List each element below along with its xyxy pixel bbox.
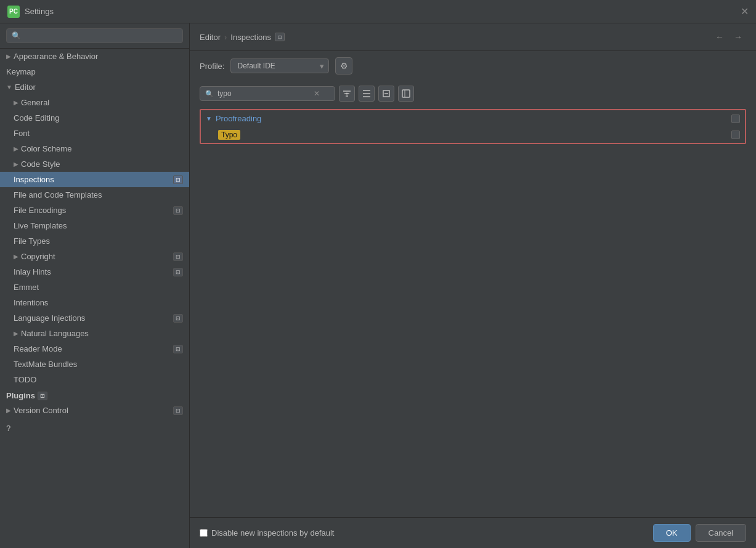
- close-button[interactable]: ✕: [741, 6, 749, 17]
- copyright-badge: ⊡: [173, 252, 183, 261]
- sidebar-item-textmate-bundles[interactable]: TextMate Bundles: [0, 357, 189, 372]
- file-encodings-badge: ⊡: [173, 206, 183, 215]
- sidebar-item-label: Inlay Hints: [14, 267, 51, 276]
- sidebar-item-label: Intentions: [14, 298, 48, 307]
- breadcrumb: Editor › Inspections ⊡ ← →: [190, 23, 756, 51]
- action-buttons: OK Cancel: [653, 524, 746, 542]
- svg-point-3: [346, 93, 348, 95]
- lang-inject-badge: ⊡: [173, 314, 183, 323]
- inspection-group-proofreading: ▼ Proofreading Typo: [200, 109, 746, 144]
- inspection-item-typo[interactable]: Typo: [201, 127, 745, 143]
- sidebar-tree: ▶ Appearance & Behavior Keymap ▼ Editor …: [0, 49, 189, 548]
- app-icon: PC: [7, 6, 20, 18]
- profile-gear-button[interactable]: ⚙: [335, 57, 352, 75]
- arrow-icon: ▶: [6, 53, 11, 60]
- arrow-icon: ▶: [14, 145, 18, 152]
- arrow-icon: ▶: [6, 407, 11, 414]
- profile-select-wrapper: Default IDE Project Default ▾: [230, 58, 329, 73]
- expand-icon: [362, 89, 371, 98]
- profile-label: Profile:: [200, 62, 224, 71]
- sidebar-item-copyright[interactable]: ▶ Copyright ⊡: [0, 249, 189, 264]
- inspection-tree-panel: ▼ Proofreading Typo: [190, 107, 756, 517]
- sidebar-item-label: Reader Mode: [14, 344, 62, 353]
- sidebar-item-todo[interactable]: TODO: [0, 372, 189, 387]
- sidebar-item-intentions[interactable]: Intentions: [0, 295, 189, 310]
- sidebar-item-file-code-templates[interactable]: File and Code Templates: [0, 187, 189, 203]
- sidebar-item-label: Font: [14, 129, 30, 138]
- inspection-group-header[interactable]: ▼ Proofreading: [201, 110, 745, 127]
- expand-all-button[interactable]: [359, 86, 375, 102]
- plugins-label: Plugins: [6, 391, 35, 400]
- breadcrumb-parent: Editor: [200, 33, 221, 42]
- arrow-icon: ▶: [14, 161, 18, 167]
- expand-group-icon: ▼: [206, 115, 212, 122]
- sidebar-item-label: File Types: [14, 236, 50, 246]
- breadcrumb-pin-icon[interactable]: ⊡: [275, 33, 285, 41]
- arrow-icon: ▶: [14, 330, 18, 337]
- sidebar-item-live-templates[interactable]: Live Templates: [0, 218, 189, 233]
- inspection-search-input[interactable]: [217, 89, 310, 98]
- sidebar-item-color-scheme[interactable]: ▶ Color Scheme: [0, 141, 189, 156]
- plugins-section: Plugins ⊡: [0, 387, 189, 403]
- sidebar-item-editor[interactable]: ▼ Editor: [0, 79, 189, 95]
- sidebar-item-version-control[interactable]: ▶ Version Control ⊡: [0, 403, 189, 418]
- sidebar-item-label: Color Scheme: [21, 144, 71, 153]
- filter-button[interactable]: [339, 86, 355, 102]
- sidebar-item-label: Editor: [15, 83, 36, 92]
- sidebar-item-general[interactable]: ▶ General: [0, 95, 189, 110]
- bottom-bar: Disable new inspections by default OK Ca…: [190, 517, 756, 548]
- clear-icon[interactable]: ✕: [314, 89, 320, 98]
- group-icon: [402, 89, 410, 98]
- sidebar-item-label: TextMate Bundles: [14, 360, 77, 369]
- settings-window: PC Settings ✕ ▶ Appearance & Behavior Ke…: [0, 0, 756, 548]
- main-content: ▶ Appearance & Behavior Keymap ▼ Editor …: [0, 23, 756, 548]
- sidebar-item-font[interactable]: Font: [0, 126, 189, 141]
- sidebar-item-label: File Encodings: [14, 206, 66, 215]
- sidebar-item-keymap[interactable]: Keymap: [0, 64, 189, 79]
- group-button[interactable]: [398, 86, 414, 102]
- version-control-badge: ⊡: [173, 406, 183, 415]
- sidebar-item-emmet[interactable]: Emmet: [0, 280, 189, 295]
- filter-icon: [343, 89, 351, 98]
- plugins-badge: ⊡: [38, 392, 47, 400]
- item-checkbox[interactable]: [731, 131, 740, 139]
- sidebar-item-file-types[interactable]: File Types: [0, 233, 189, 249]
- profile-dropdown[interactable]: Default IDE Project Default: [230, 58, 329, 73]
- sidebar-item-label: Emmet: [14, 283, 39, 292]
- sidebar-item-label: Code Style: [21, 159, 60, 169]
- disable-inspections-label: Disable new inspections by default: [211, 528, 334, 538]
- sidebar-help[interactable]: ?: [0, 421, 189, 436]
- sidebar-item-label: Inspections: [14, 175, 54, 184]
- breadcrumb-separator: ›: [224, 33, 227, 42]
- group-checkbox[interactable]: [731, 115, 740, 123]
- sidebar-search-input[interactable]: [6, 28, 183, 43]
- sidebar-item-language-injections[interactable]: Language Injections ⊡: [0, 310, 189, 326]
- disable-inspections-checkbox[interactable]: [200, 529, 208, 537]
- sidebar-item-label: Live Templates: [14, 221, 67, 230]
- sidebar-item-code-editing[interactable]: Code Editing: [0, 110, 189, 126]
- sidebar-item-inspections[interactable]: Inspections ⊡: [0, 172, 189, 187]
- sidebar-item-label: TODO: [14, 375, 36, 384]
- sidebar-item-appearance[interactable]: ▶ Appearance & Behavior: [0, 49, 189, 64]
- back-button[interactable]: ←: [712, 31, 728, 43]
- sidebar-item-reader-mode[interactable]: Reader Mode ⊡: [0, 341, 189, 357]
- collapse-all-button[interactable]: [378, 86, 394, 102]
- search-field[interactable]: 🔍 ✕: [200, 86, 335, 101]
- ok-button[interactable]: OK: [653, 524, 691, 542]
- sidebar-item-code-style[interactable]: ▶ Code Style: [0, 156, 189, 172]
- sidebar-item-file-encodings[interactable]: File Encodings ⊡: [0, 203, 189, 218]
- sidebar-item-natural-languages[interactable]: ▶ Natural Languages: [0, 326, 189, 341]
- svg-rect-9: [402, 90, 410, 97]
- sidebar-item-inlay-hints[interactable]: Inlay Hints ⊡: [0, 264, 189, 280]
- cancel-button[interactable]: Cancel: [696, 524, 746, 542]
- sidebar-search[interactable]: [0, 23, 189, 49]
- sidebar-item-label: Code Editing: [14, 113, 59, 123]
- sidebar-item-label: Version Control: [14, 406, 68, 415]
- collapse-icon: [382, 89, 391, 98]
- arrow-icon: ▶: [14, 253, 18, 260]
- forward-button[interactable]: →: [730, 31, 746, 43]
- breadcrumb-current: Inspections: [230, 33, 271, 42]
- nav-arrows: ← →: [712, 31, 746, 43]
- title-bar: PC Settings ✕: [0, 0, 756, 23]
- profile-bar: Profile: Default IDE Project Default ▾ ⚙: [190, 51, 756, 81]
